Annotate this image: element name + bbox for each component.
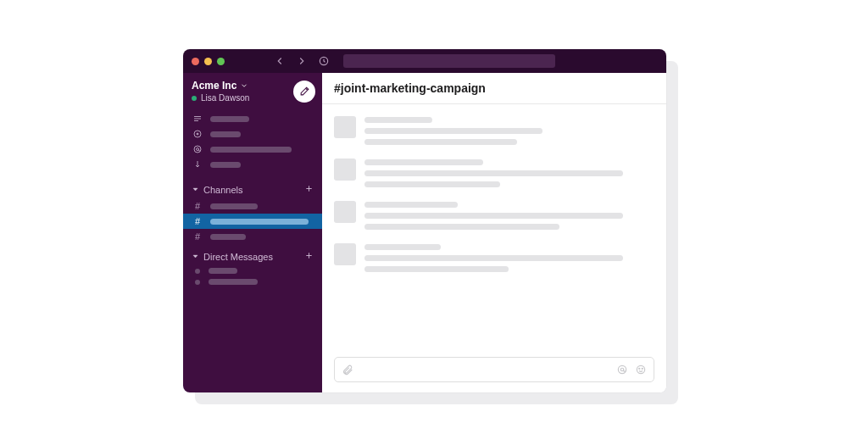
message — [334, 109, 654, 152]
presence-indicator — [192, 96, 197, 101]
add-dm-button[interactable] — [304, 251, 314, 262]
avatar[interactable] — [334, 201, 356, 223]
close-window-button[interactable] — [192, 58, 199, 65]
channel-item[interactable]: # — [183, 198, 322, 214]
chevron-down-icon — [240, 81, 248, 90]
message — [334, 236, 654, 279]
nav-item-dms[interactable] — [183, 126, 322, 142]
nav-item-placeholder — [210, 131, 241, 137]
hash-icon: # — [192, 216, 203, 226]
message-text-placeholder — [364, 170, 623, 176]
channels-label: Channels — [203, 185, 242, 195]
emoji-icon[interactable] — [635, 364, 647, 376]
message — [334, 152, 654, 194]
presence-offline-icon — [195, 280, 200, 285]
message-text-placeholder — [364, 181, 500, 187]
search-input[interactable] — [343, 54, 555, 68]
nav-item-threads[interactable] — [183, 111, 322, 126]
nav-item-mentions[interactable] — [183, 142, 322, 157]
dm-name-placeholder — [209, 279, 258, 285]
dm-item[interactable] — [183, 276, 322, 287]
threads-icon — [192, 114, 203, 124]
nav-item-placeholder — [210, 162, 241, 168]
message-composer[interactable] — [334, 357, 654, 382]
presence-offline-icon — [195, 269, 200, 274]
current-user-name: Lisa Dawson — [201, 93, 249, 103]
caret-down-icon — [192, 253, 199, 260]
mentions-icon — [192, 144, 203, 154]
caret-down-icon — [192, 186, 199, 193]
dm-name-placeholder — [209, 268, 237, 274]
nav-item-placeholder — [210, 147, 292, 153]
svg-point-2 — [197, 133, 198, 135]
message-text-placeholder — [364, 139, 517, 145]
channel-item[interactable]: # — [183, 229, 322, 244]
maximize-window-button[interactable] — [217, 58, 225, 65]
compose-icon — [299, 86, 310, 97]
attachment-icon[interactable] — [342, 364, 353, 376]
svg-point-3 — [194, 146, 201, 153]
dms-section-header[interactable]: Direct Messages — [183, 244, 322, 265]
dms-icon — [192, 129, 203, 139]
nav-item-saved[interactable] — [183, 157, 322, 172]
avatar[interactable] — [334, 243, 356, 265]
message-text-placeholder — [364, 255, 623, 261]
main-pane: #joint-marketing-campaign — [322, 73, 666, 392]
history-button[interactable] — [316, 53, 331, 69]
svg-point-5 — [618, 365, 626, 373]
message-author-placeholder — [364, 159, 483, 165]
message-text-placeholder — [364, 266, 509, 272]
message-text-placeholder — [364, 213, 623, 219]
nav-forward-button[interactable] — [294, 53, 309, 69]
svg-point-9 — [642, 368, 643, 369]
hash-icon: # — [192, 201, 203, 211]
hash-icon: # — [192, 231, 203, 242]
sidebar: Acme Inc Lisa Dawson — [183, 73, 322, 392]
nav-back-button[interactable] — [272, 53, 287, 69]
workspace-name: Acme Inc — [192, 80, 236, 92]
message-author-placeholder — [364, 202, 458, 208]
saved-icon — [192, 159, 203, 170]
dm-item[interactable] — [183, 265, 322, 276]
channels-section-header[interactable]: Channels — [183, 177, 322, 198]
message-author-placeholder — [364, 244, 441, 250]
mention-icon[interactable] — [616, 364, 628, 376]
avatar[interactable] — [334, 116, 356, 138]
message — [334, 194, 654, 236]
channel-item-active[interactable]: # — [183, 214, 322, 229]
avatar[interactable] — [334, 159, 356, 181]
message-text-placeholder — [364, 224, 559, 230]
window-controls — [192, 58, 225, 65]
channel-title: #joint-marketing-campaign — [334, 81, 486, 95]
channel-name-placeholder — [210, 234, 246, 240]
svg-point-8 — [639, 368, 640, 369]
svg-point-7 — [637, 365, 644, 373]
channel-name-placeholder — [210, 203, 258, 209]
compose-button[interactable] — [293, 81, 315, 103]
workspace-header[interactable]: Acme Inc Lisa Dawson — [183, 73, 322, 109]
dms-label: Direct Messages — [203, 252, 273, 262]
minimize-window-button[interactable] — [204, 58, 212, 65]
message-author-placeholder — [364, 117, 432, 123]
add-channel-button[interactable] — [304, 184, 314, 195]
titlebar — [183, 49, 666, 73]
message-text-placeholder — [364, 128, 542, 134]
nav-item-placeholder — [210, 116, 249, 122]
message-list — [322, 104, 666, 350]
channel-name-placeholder — [210, 219, 309, 225]
sidebar-top-nav — [183, 109, 322, 177]
channel-header[interactable]: #joint-marketing-campaign — [322, 73, 666, 104]
app-window: Acme Inc Lisa Dawson — [183, 49, 666, 392]
